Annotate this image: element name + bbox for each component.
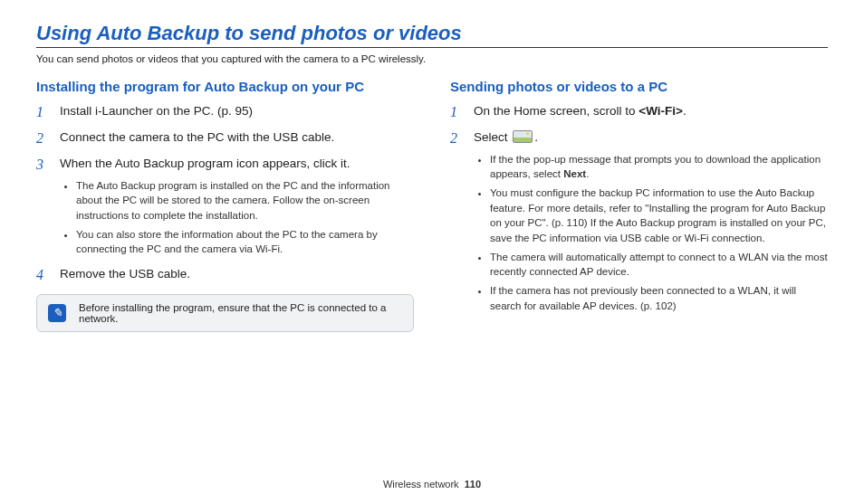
- step-3: When the Auto Backup program icon appear…: [36, 156, 414, 257]
- page-title: Using Auto Backup to send photos or vide…: [36, 22, 828, 45]
- step-r2-sub-2: You must configure the backup PC informa…: [490, 185, 828, 246]
- step-r2: Select . If the the pop-up message that …: [450, 129, 828, 314]
- photo-icon: [513, 130, 533, 143]
- note-text: Before installing the program, ensure th…: [79, 302, 402, 324]
- step-2: Connect the camera to the PC with the US…: [36, 129, 414, 147]
- right-column: Sending photos or videos to a PC On the …: [450, 79, 828, 332]
- step-r1-post: .: [683, 104, 686, 118]
- step-3-sub-2: You can also store the information about…: [76, 227, 414, 257]
- step-3-sub-1: The Auto Backup program is installed on …: [76, 178, 414, 223]
- step-1: Install i-Launcher on the PC. (p. 95): [36, 103, 414, 120]
- step-r2-post: .: [534, 130, 538, 144]
- step-3-text: When the Auto Backup program icon appear…: [60, 157, 350, 170]
- footer: Wireless network 110: [0, 479, 864, 490]
- section-heading-installing: Installing the program for Auto Backup o…: [36, 79, 414, 94]
- footer-section: Wireless network: [383, 479, 459, 490]
- step-r1: On the Home screen, scroll to <Wi-Fi>.: [450, 103, 828, 120]
- title-rule: [36, 47, 828, 48]
- step-r1-pre: On the Home screen, scroll to: [474, 104, 638, 118]
- section-heading-sending: Sending photos or videos to a PC: [450, 79, 828, 94]
- footer-page-number: 110: [465, 479, 481, 490]
- step-r2-sub-1: If the the pop-up message that prompts y…: [490, 152, 828, 182]
- note-box: ✎ Before installing the program, ensure …: [36, 294, 414, 332]
- note-icon: ✎: [48, 304, 66, 322]
- step-r1-bold: <Wi-Fi>: [638, 104, 683, 118]
- step-r2-sub-3: The camera will automatically attempt to…: [490, 250, 828, 280]
- step-r2-pre: Select: [474, 130, 511, 144]
- step-r2-sub-4: If the camera has not previously been co…: [490, 283, 828, 313]
- left-column: Installing the program for Auto Backup o…: [36, 79, 414, 332]
- intro-text: You can send photos or videos that you c…: [36, 53, 828, 64]
- step-4: Remove the USB cable.: [36, 266, 414, 283]
